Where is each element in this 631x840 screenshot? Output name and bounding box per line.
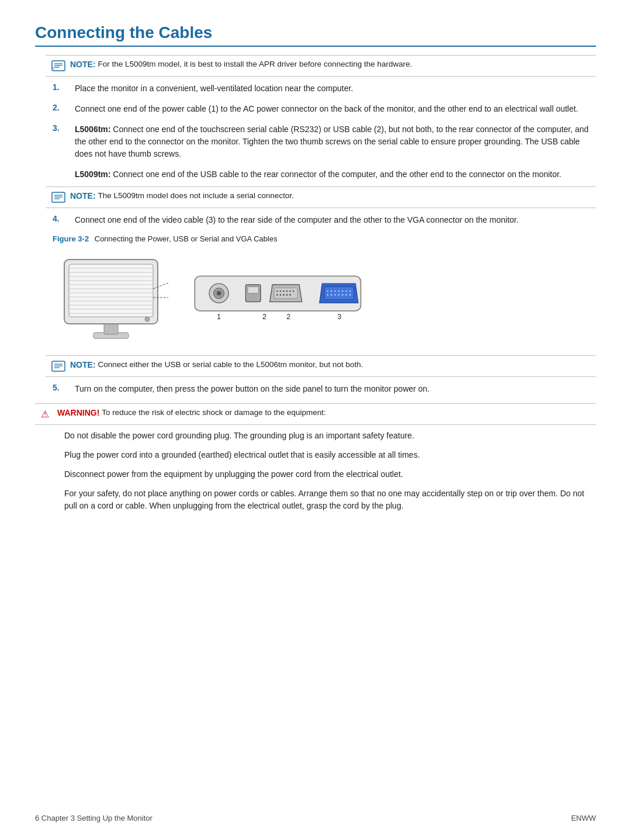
steps-list-2: 4. Connect one end of the video cable (3…: [53, 214, 596, 226]
steps-list: 1. Place the monitor in a convenient, we…: [53, 82, 596, 160]
step-4-text: Connect one end of the video cable (3) t…: [75, 214, 519, 226]
note-3-label: NOTE:: [70, 360, 96, 369]
warning-text: To reduce the risk of electric shock or …: [102, 408, 325, 417]
footer-left: 6 Chapter 3 Setting Up the Monitor: [35, 814, 152, 822]
connector-panel-svg: 1 2 2 3: [181, 265, 380, 330]
step-2-text: Connect one end of the power cable (1) t…: [75, 103, 578, 115]
step-3: 3. L5006tm: Connect one end of the touch…: [53, 123, 596, 160]
warning-para-1: Do not disable the power cord grounding …: [64, 430, 596, 442]
svg-point-40: [289, 291, 291, 292]
svg-point-41: [293, 291, 294, 292]
step-3-bold: L5006tm:: [75, 125, 110, 134]
svg-point-58: [334, 294, 336, 296]
steps-list-3: 5. Turn on the computer, then press the …: [53, 383, 596, 395]
svg-point-25: [145, 317, 150, 322]
step-4-number: 4.: [53, 214, 70, 223]
step-5: 5. Turn on the computer, then press the …: [53, 383, 596, 395]
step-1: 1. Place the monitor in a convenient, we…: [53, 82, 596, 95]
svg-text:3: 3: [338, 313, 342, 321]
svg-text:1: 1: [217, 313, 221, 321]
svg-point-45: [286, 294, 288, 296]
l5009tm-note: L5009tm: Connect one end of the USB cabl…: [75, 168, 596, 181]
note-1-text: For the L5009tm model, it is best to ins…: [98, 60, 412, 68]
svg-point-54: [345, 291, 347, 292]
warning-box: ⚠ WARNING! To reduce the risk of electri…: [35, 403, 596, 425]
note-box-2: NOTE: The L5009tm model does not include…: [46, 186, 596, 208]
note-2-label: NOTE:: [70, 191, 96, 201]
note-icon-3: [51, 361, 67, 372]
diagram-area: 1 2 2 3: [53, 248, 596, 347]
figure-label: Figure 3-2 Connecting the Power, USB or …: [53, 234, 596, 243]
svg-text:2: 2: [262, 313, 266, 321]
svg-point-38: [283, 291, 285, 292]
svg-point-50: [331, 291, 332, 292]
step-3-number: 3.: [53, 123, 70, 133]
svg-text:2: 2: [286, 313, 290, 321]
page-title: Connecting the Cables: [35, 23, 596, 42]
note-icon-2: [51, 192, 67, 203]
svg-point-49: [327, 291, 328, 292]
svg-rect-12: [69, 264, 153, 317]
svg-point-43: [280, 294, 282, 296]
note-3-text: Connect either the USB or serial cable t…: [98, 360, 363, 369]
warning-label: WARNING!: [57, 408, 99, 417]
note-box-1: ✎ NOTE: For the L5009tm model, it is bes…: [46, 55, 596, 77]
warning-paragraphs: Do not disable the power cord grounding …: [64, 430, 596, 512]
svg-rect-33: [248, 287, 258, 293]
svg-point-57: [331, 294, 332, 296]
svg-point-51: [334, 291, 336, 292]
step-2: 2. Connect one end of the power cable (1…: [53, 103, 596, 115]
step-2-number: 2.: [53, 103, 70, 112]
title-rule: [35, 46, 596, 47]
footer: 6 Chapter 3 Setting Up the Monitor ENWW: [0, 814, 631, 822]
svg-point-36: [276, 291, 278, 292]
warning-para-4: For your safety, do not place anything o…: [64, 488, 596, 512]
footer-right: ENWW: [571, 814, 596, 822]
step-1-number: 1.: [53, 82, 70, 92]
svg-point-44: [283, 294, 285, 296]
note-icon-1: ✎: [51, 60, 67, 72]
note-2-text: The L5009tm model does not include a ser…: [98, 191, 294, 200]
svg-point-62: [349, 294, 351, 296]
svg-point-53: [342, 291, 344, 292]
figure-caption: Connecting the Power, USB or Serial and …: [95, 234, 278, 243]
svg-point-60: [342, 294, 344, 296]
svg-point-61: [345, 294, 347, 296]
svg-text:✎: ✎: [52, 67, 55, 70]
warning-triangle-icon: ⚠: [41, 409, 54, 420]
step-4: 4. Connect one end of the video cable (3…: [53, 214, 596, 226]
svg-point-31: [217, 291, 221, 295]
note-1-label: NOTE:: [70, 60, 96, 69]
step-1-text: Place the monitor in a convenient, well-…: [75, 82, 353, 95]
svg-point-59: [338, 294, 340, 296]
svg-point-42: [276, 294, 278, 296]
step-5-number: 5.: [53, 383, 70, 392]
warning-para-2: Plug the power cord into a grounded (ear…: [64, 449, 596, 461]
svg-point-55: [349, 291, 351, 292]
svg-rect-48: [324, 287, 353, 300]
svg-point-56: [327, 294, 328, 296]
step-5-text: Turn on the computer, then press the pow…: [75, 383, 429, 395]
l5009tm-bold: L5009tm:: [75, 170, 110, 179]
svg-point-46: [289, 294, 291, 296]
svg-point-52: [338, 291, 340, 292]
monitor-svg: [53, 248, 169, 347]
svg-point-39: [286, 291, 288, 292]
svg-point-37: [280, 291, 282, 292]
note-box-3: NOTE: Connect either the USB or serial c…: [46, 355, 596, 377]
warning-para-3: Disconnect power from the equipment by u…: [64, 468, 596, 481]
svg-rect-35: [274, 288, 297, 299]
step-3-text: L5006tm: Connect one end of the touchscr…: [75, 123, 596, 160]
